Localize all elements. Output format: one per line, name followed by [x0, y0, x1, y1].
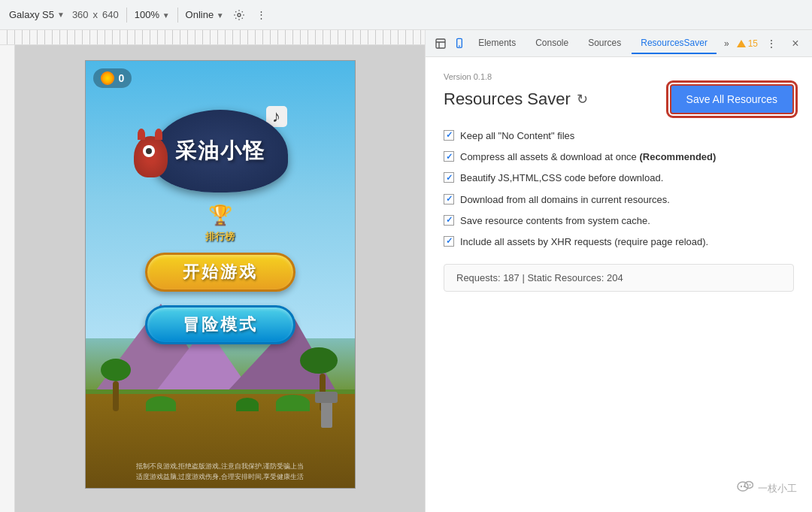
options-list: Keep all "No Content" files Compress all…	[444, 129, 794, 249]
start-button-text: 开始游戏	[183, 261, 258, 283]
plugin-title-text: Resources Saver	[444, 89, 571, 109]
option-item-3: Beautify JS,HTML,CSS code before downloa…	[444, 171, 794, 185]
watermark-text: 一枝小工	[758, 482, 797, 495]
coin-count: 0	[119, 72, 125, 84]
preview-area: 0 ♪	[0, 45, 425, 512]
game-logo: 采油小怪	[145, 102, 295, 200]
oil-pipe-head	[315, 392, 338, 403]
tab-elements[interactable]: Elements	[469, 33, 525, 54]
toolbar-divider-1	[126, 8, 127, 23]
phone-screen: 0 ♪	[85, 60, 356, 489]
online-dropdown-arrow: ▼	[217, 11, 224, 20]
devtools-content: Version 0.1.8 Resources Saver ↻ Save All…	[426, 57, 812, 512]
checkbox-6[interactable]	[444, 236, 454, 247]
save-all-button[interactable]: Save All Resources	[670, 84, 794, 114]
stats-text: Requests: 187 | Static Resources: 204	[456, 272, 623, 283]
option-item-1: Keep all "No Content" files	[444, 129, 794, 143]
devtools-panel: Elements Console Sources ResourcesSaver …	[425, 30, 812, 512]
refresh-icon[interactable]: ↻	[577, 91, 588, 108]
coin-icon	[101, 71, 114, 85]
warning-count: 15	[748, 38, 758, 49]
zoom-selector[interactable]: 100% ▼	[135, 9, 170, 20]
network-status: Online	[186, 9, 214, 20]
svg-point-8	[747, 484, 749, 486]
trophy-icon: 🏆	[208, 204, 232, 227]
tab-resourcessaver[interactable]: ResourcesSaver	[632, 33, 717, 54]
option-label-1: Keep all "No Content" files	[460, 129, 794, 143]
option-item-5: Save resource contents from system cache…	[444, 214, 794, 228]
option-item-2: Compress all assets & download at once (…	[444, 150, 794, 164]
devtools-header: Elements Console Sources ResourcesSaver …	[426, 30, 812, 57]
settings-icon[interactable]	[232, 8, 247, 23]
viewport-dimensions: 360 x 640	[72, 9, 119, 20]
disclaimer-text: 抵制不良游戏,拒绝盗版游戏,注意自我保护,谨防受骗上当 适度游戏益脑,过度游戏伤…	[86, 462, 355, 482]
option-label-3: Beautify JS,HTML,CSS code before downloa…	[460, 171, 794, 185]
plugin-version: Version 0.1.8	[444, 72, 794, 81]
svg-point-5	[741, 486, 742, 487]
ruler-horizontal	[0, 30, 425, 45]
leaderboard-label: 排行榜	[205, 230, 235, 244]
game-screen: 0 ♪	[86, 61, 355, 488]
inspect-element-button[interactable]	[432, 33, 449, 54]
svg-point-0	[238, 14, 241, 17]
bush-1	[146, 396, 176, 411]
coin-display: 0	[93, 68, 132, 88]
disclaimer-line-1: 抵制不良游戏,拒绝盗版游戏,注意自我保护,谨防受骗上当	[93, 462, 347, 472]
option-label-5: Save resource contents from system cache…	[460, 214, 794, 228]
checkbox-2[interactable]	[444, 151, 454, 162]
warning-badge[interactable]: 15	[737, 38, 758, 49]
device-name: Galaxy S5	[9, 9, 54, 20]
more-tabs-button[interactable]: »	[718, 34, 735, 53]
checkbox-1[interactable]	[444, 130, 454, 141]
warning-triangle-icon	[737, 40, 746, 47]
oil-pipe-decoration	[321, 398, 332, 428]
online-selector[interactable]: Online ▼	[186, 9, 224, 20]
monster-character	[134, 136, 175, 185]
leaderboard-button[interactable]: 🏆 排行榜	[205, 204, 235, 244]
option-label-6: Include all assets by XHR requests (requ…	[460, 235, 794, 249]
viewport-width: 360	[72, 9, 89, 20]
start-game-button[interactable]: 开始游戏	[145, 253, 295, 292]
plugin-title: Resources Saver ↻	[444, 89, 588, 109]
browser-toolbar: Galaxy S5 ▼ 360 x 640 100% ▼ Online ▼ ⋮	[0, 0, 812, 30]
option-label-4: Download from all domains in current res…	[460, 193, 794, 207]
watermark: 一枝小工	[737, 480, 797, 497]
ruler-vertical	[0, 45, 15, 512]
option-bold-2: (Recommended)	[639, 151, 716, 162]
svg-point-3	[459, 45, 459, 46]
main-content: 0 ♪	[0, 30, 812, 512]
device-toggle-button[interactable]	[450, 33, 468, 54]
bush-3	[276, 395, 310, 411]
devtools-more-button[interactable]: ⋮	[761, 33, 782, 54]
monster-ear-right	[155, 129, 162, 140]
more-options-icon[interactable]: ⋮	[254, 8, 269, 23]
devtools-header-right: 15 ⋮ ×	[737, 33, 806, 54]
tab-console[interactable]: Console	[526, 33, 577, 54]
mobile-preview-panel: 0 ♪	[0, 30, 425, 512]
device-selector[interactable]: Galaxy S5 ▼	[9, 9, 65, 20]
checkbox-4[interactable]	[444, 194, 454, 204]
svg-point-7	[745, 482, 753, 489]
tree-1	[101, 359, 131, 411]
adventure-button[interactable]: 冒险模式	[145, 305, 295, 344]
tab-sources[interactable]: Sources	[579, 33, 630, 54]
plugin-title-row: Resources Saver ↻ Save All Resources	[444, 84, 794, 114]
zoom-dropdown-arrow: ▼	[162, 11, 170, 20]
option-label-2: Compress all assets & download at once (…	[460, 150, 794, 164]
wechat-icon	[737, 480, 753, 497]
disclaimer-line-2: 适度游戏益脑,过度游戏伤身,合理安排时间,享受健康生活	[93, 472, 347, 483]
monster-eye	[143, 145, 155, 157]
logo-text: 采油小怪	[175, 137, 265, 165]
device-dropdown-arrow: ▼	[57, 11, 65, 19]
svg-point-4	[738, 482, 748, 491]
checkbox-3[interactable]	[444, 172, 454, 183]
dimensions-cross: x	[93, 9, 98, 20]
svg-rect-1	[436, 39, 445, 48]
checkbox-5[interactable]	[444, 215, 454, 226]
adventure-button-text: 冒险模式	[183, 314, 258, 336]
option-item-6: Include all assets by XHR requests (requ…	[444, 235, 794, 249]
logo-blob: 采油小怪	[153, 110, 288, 192]
devtools-close-button[interactable]: ×	[785, 33, 806, 54]
viewport-height: 640	[102, 9, 119, 20]
toolbar-divider-2	[177, 8, 178, 23]
